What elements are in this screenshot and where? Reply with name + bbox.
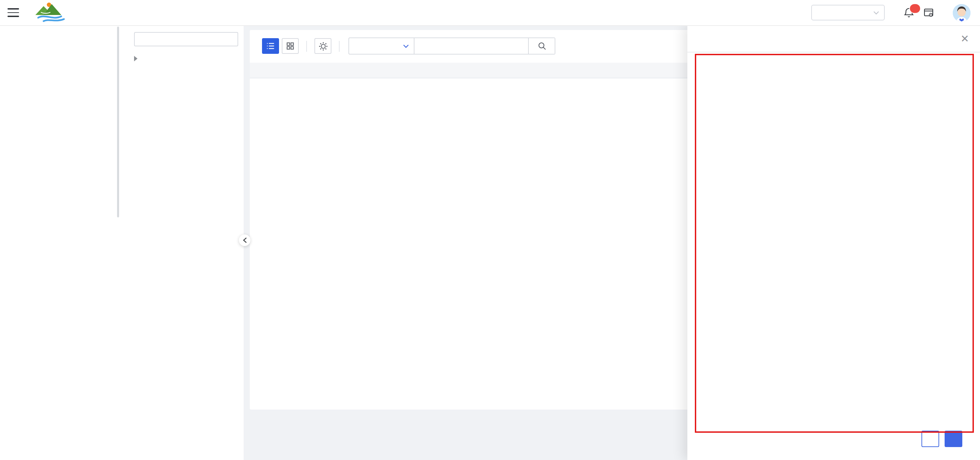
category-tree-panel — [120, 25, 243, 460]
navbar-right — [811, 4, 970, 21]
search-button[interactable] — [528, 38, 555, 54]
collapse-tree-button[interactable] — [239, 235, 250, 246]
tree-search-input[interactable] — [140, 34, 232, 45]
drawer-footer — [687, 428, 980, 460]
avatar[interactable] — [953, 4, 970, 21]
confirm-button[interactable] — [945, 431, 962, 447]
app-root: ✕ — [0, 0, 980, 460]
top-navbar — [0, 0, 980, 26]
tree-node-all-categories[interactable] — [120, 56, 243, 61]
tree-search-box — [134, 32, 238, 46]
grid-view-icon — [286, 42, 295, 50]
logo-mountains-icon — [34, 1, 69, 23]
avatar-image — [953, 4, 970, 21]
grid-view-button[interactable] — [282, 38, 299, 54]
chevron-down-icon — [873, 11, 879, 14]
hamburger-menu-icon[interactable] — [8, 8, 19, 17]
notification-badge — [909, 3, 921, 13]
chevron-left-icon — [242, 237, 247, 243]
chevron-down-icon — [403, 44, 409, 48]
list-view-icon — [266, 42, 275, 50]
sidebar — [0, 25, 120, 460]
workspace: ✕ — [0, 25, 980, 460]
drawer-header: ✕ — [687, 25, 980, 53]
gear-icon — [318, 41, 328, 51]
tree-expand-icon[interactable] — [134, 56, 137, 61]
close-icon[interactable]: ✕ — [961, 34, 969, 44]
keyword-search-input[interactable] — [414, 38, 528, 54]
toolbar-divider — [339, 40, 340, 51]
farm-select[interactable] — [811, 5, 885, 21]
workbench-settings-icon[interactable] — [924, 8, 934, 18]
notification-bell[interactable] — [904, 7, 914, 18]
add-drawer: ✕ — [687, 25, 980, 460]
list-view-button[interactable] — [262, 38, 279, 54]
table-search-group — [348, 37, 555, 54]
annotation-red-rectangle — [695, 54, 974, 433]
search-field-select[interactable] — [349, 38, 414, 54]
cancel-button[interactable] — [921, 431, 939, 447]
sidebar-scrollbar[interactable] — [117, 27, 119, 217]
column-settings-button[interactable] — [314, 38, 331, 54]
app-logo — [34, 1, 99, 24]
toolbar-divider — [306, 40, 307, 51]
drawer-form — [687, 53, 980, 63]
search-icon — [537, 42, 546, 50]
